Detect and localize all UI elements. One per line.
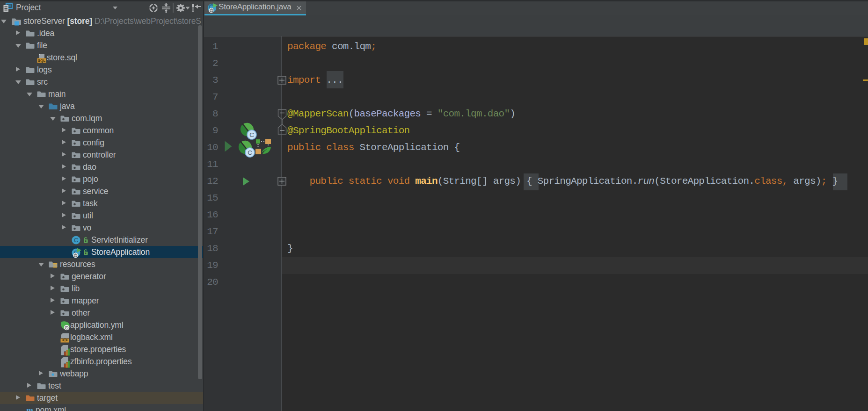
svg-text:C: C [74, 237, 78, 244]
svg-text:SQL: SQL [38, 58, 46, 63]
svg-text:<>: <> [62, 338, 68, 343]
svg-text:C: C [249, 131, 254, 138]
svg-text:C: C [248, 149, 252, 156]
svg-text:m: m [26, 406, 33, 411]
